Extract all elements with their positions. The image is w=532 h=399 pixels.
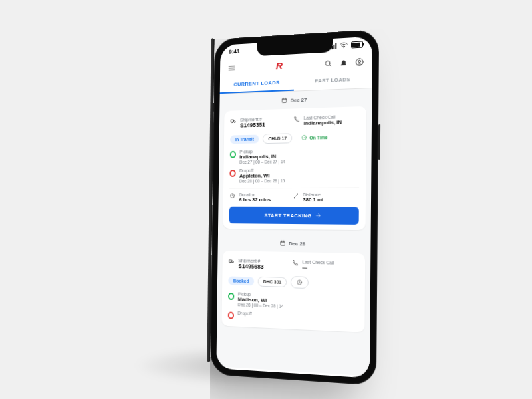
svg-point-1 <box>356 58 363 65</box>
ref-pill: DHC 301 <box>257 276 287 287</box>
shipment-number: S1495683 <box>238 263 263 270</box>
svg-point-4 <box>231 122 232 123</box>
tab-current-loads[interactable]: CURRENT LOADS <box>220 74 294 94</box>
phone-icon <box>293 116 300 122</box>
ref-pill: CHI-D 17 <box>263 133 293 144</box>
timing-pill: On Time <box>296 132 332 143</box>
load-card[interactable]: Shipment # S1495683 Last Check Call — <box>221 251 365 332</box>
svg-point-5 <box>234 122 235 122</box>
clock-check-icon <box>301 134 308 141</box>
pickup-pin-icon <box>230 150 236 158</box>
side-button <box>212 96 214 112</box>
status-time: 9:41 <box>229 48 240 55</box>
date-label: Dec 27 <box>291 96 307 103</box>
truck-icon <box>229 258 235 265</box>
lastcall-value: Indianapolis, IN <box>304 119 342 126</box>
battery-icon <box>351 41 363 48</box>
distance-value: 380.1 mi <box>303 197 323 203</box>
svg-point-12 <box>233 262 233 263</box>
pickup-window: Dec 28 | 00 – Dec 28 | 14 <box>238 302 284 309</box>
arrow-right-icon <box>315 212 321 219</box>
duration-value: 6 hrs 32 mins <box>239 197 271 203</box>
pickup-window: Dec 27 | 00 – Dec 27 | 14 <box>239 159 285 164</box>
start-tracking-button[interactable]: START TRACKING <box>229 207 359 225</box>
screen: 9:41 R <box>216 36 372 378</box>
signal-icon <box>329 43 336 49</box>
lastcall-label: Last Check Call <box>302 259 334 265</box>
clock-icon <box>297 279 303 285</box>
content-scroll[interactable]: Dec 27 Shipment # S1495351 <box>216 88 372 376</box>
dropoff-pin-icon <box>228 310 234 319</box>
bell-icon[interactable] <box>339 57 348 67</box>
distance-icon <box>293 192 299 199</box>
svg-point-9 <box>297 194 298 194</box>
status-pill: In Transit <box>230 134 259 144</box>
svg-point-2 <box>358 60 361 63</box>
status-pill: Booked <box>228 276 254 285</box>
dropoff-window: Dec 28 | 00 – Dec 28 | 15 <box>239 178 285 183</box>
svg-point-11 <box>230 262 231 263</box>
date-label: Dec 28 <box>289 240 305 246</box>
timing-pill <box>291 276 309 289</box>
lastcall-label: Last Check Call <box>304 114 342 120</box>
volume-down-button <box>211 153 213 178</box>
lastcall-value: — <box>302 264 334 271</box>
duration-label: Duration <box>239 192 271 197</box>
svg-point-0 <box>325 61 330 65</box>
svg-rect-3 <box>282 98 286 102</box>
menu-icon[interactable] <box>227 63 236 72</box>
notch <box>257 39 332 56</box>
app-logo: R <box>276 60 282 71</box>
tab-past-loads[interactable]: PAST LOADS <box>294 70 372 90</box>
search-icon[interactable] <box>323 59 332 68</box>
dropoff-label: Dropoff <box>237 311 251 316</box>
dropoff-pin-icon <box>229 168 235 177</box>
svg-rect-10 <box>281 241 285 245</box>
power-button <box>378 124 380 160</box>
clock-icon <box>229 192 235 199</box>
load-card[interactable]: Shipment # S1495351 Last Check Call Indi… <box>223 106 366 230</box>
phone-frame: 9:41 R <box>210 29 379 386</box>
shipment-number: S1495351 <box>240 122 265 129</box>
calendar-icon <box>279 240 286 247</box>
svg-point-8 <box>294 198 295 198</box>
volume-up-button <box>211 122 213 147</box>
pickup-pin-icon <box>228 291 234 300</box>
svg-point-6 <box>302 135 306 140</box>
wifi-icon <box>339 41 348 51</box>
distance-label: Distance <box>303 192 323 197</box>
truck-icon <box>230 118 236 124</box>
calendar-icon <box>281 97 287 104</box>
phone-icon <box>292 259 299 266</box>
profile-icon[interactable] <box>355 57 364 66</box>
svg-point-13 <box>298 280 302 285</box>
